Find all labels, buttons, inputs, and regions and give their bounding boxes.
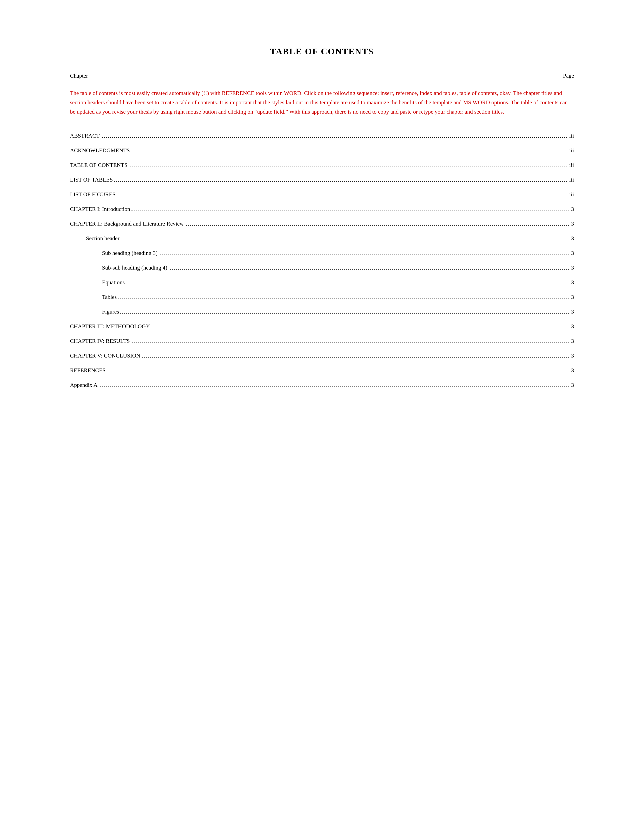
toc-dots xyxy=(99,386,570,387)
toc-entry-label: ABSTRACT xyxy=(70,133,100,139)
toc-entry-label: ACKNOWLEDGMENTS xyxy=(70,147,130,154)
toc-entry-page: 3 xyxy=(572,220,574,227)
instruction-paragraph: The table of contents is most easily cre… xyxy=(70,88,574,117)
toc-entry-label: Sub-sub heading (heading 4) xyxy=(102,265,167,271)
toc-dots xyxy=(120,313,570,314)
toc-entry-page: iii xyxy=(569,177,574,183)
toc-entry-label: CHAPTER V: CONCLUSION xyxy=(70,352,140,359)
toc-entry-page: 3 xyxy=(572,265,574,271)
toc-entry: TABLE OF CONTENTSiii xyxy=(70,162,574,169)
toc-entry-page: 3 xyxy=(572,294,574,301)
toc-entry: ABSTRACTiii xyxy=(70,133,574,139)
toc-entry-page: iii xyxy=(569,133,574,139)
toc-entry-page: 3 xyxy=(572,323,574,330)
toc-entry-label: REFERENCES xyxy=(70,367,106,374)
toc-entry: LIST OF TABLESiii xyxy=(70,177,574,183)
toc-entry-page: 3 xyxy=(572,367,574,374)
toc-dots xyxy=(118,299,570,299)
toc-dots xyxy=(129,167,568,167)
toc-entry-page: iii xyxy=(569,191,574,198)
toc-entry-page: 3 xyxy=(572,382,574,389)
page-header-label: Page xyxy=(563,72,574,79)
toc-entry-page: 3 xyxy=(572,352,574,359)
toc-entry-label: Sub heading (heading 3) xyxy=(102,250,158,257)
toc-entry-label: Appendix A xyxy=(70,382,98,389)
toc-dots xyxy=(117,196,568,196)
toc-entry-page: iii xyxy=(569,147,574,154)
toc-entry: CHAPTER II: Background and Literature Re… xyxy=(70,220,574,227)
toc-entry-label: CHAPTER I: Introduction xyxy=(70,206,130,212)
toc-dots xyxy=(159,254,570,255)
toc-dots xyxy=(142,357,570,357)
toc-entry-label: Section header xyxy=(86,235,120,242)
toc-entry-label: CHAPTER II: Background and Literature Re… xyxy=(70,220,184,227)
toc-entry-page: 3 xyxy=(572,250,574,257)
toc-entry: Figures3 xyxy=(70,309,574,315)
toc-entry: CHAPTER III: METHODOLOGY3 xyxy=(70,323,574,330)
toc-dots xyxy=(131,343,570,343)
toc-entry: REFERENCES3 xyxy=(70,367,574,374)
toc-entry-page: 3 xyxy=(572,279,574,286)
toc-entry-label: LIST OF TABLES xyxy=(70,177,113,183)
toc-entry: Sub heading (heading 3)3 xyxy=(70,250,574,257)
toc-entry-label: LIST OF FIGURES xyxy=(70,191,116,198)
toc-entry: CHAPTER I: Introduction3 xyxy=(70,206,574,212)
toc-entry-label: Equations xyxy=(102,279,125,286)
toc-entry-page: 3 xyxy=(572,235,574,242)
toc-entry-label: Figures xyxy=(102,309,119,315)
toc-entry: Section header3 xyxy=(70,235,574,242)
toc-entry-label: CHAPTER IV: RESULTS xyxy=(70,338,130,344)
toc-entry: Equations3 xyxy=(70,279,574,286)
toc-entry: LIST OF FIGURESiii xyxy=(70,191,574,198)
chapter-header-label: Chapter xyxy=(70,72,88,79)
toc-entry-page: 3 xyxy=(572,309,574,315)
toc-entry: Appendix A3 xyxy=(70,382,574,389)
toc-entry: Tables3 xyxy=(70,294,574,301)
toc-entry-page: iii xyxy=(569,162,574,169)
toc-entry: Sub-sub heading (heading 4)3 xyxy=(70,265,574,271)
toc-entry-label: TABLE OF CONTENTS xyxy=(70,162,127,169)
toc-entry-label: Tables xyxy=(102,294,117,301)
toc-entry-label: CHAPTER III: METHODOLOGY xyxy=(70,323,150,330)
toc-entry: ACKNOWLEDGMENTSiii xyxy=(70,147,574,154)
toc-entry: CHAPTER V: CONCLUSION3 xyxy=(70,352,574,359)
toc-dots xyxy=(131,211,570,211)
toc-dots xyxy=(131,152,568,152)
page-title: TABLE OF CONTENTS xyxy=(70,47,574,57)
toc-dots xyxy=(101,137,568,138)
toc-dots xyxy=(114,181,568,182)
toc-dots xyxy=(121,240,570,240)
toc-entry-page: 3 xyxy=(572,338,574,344)
toc-header-row: Chapter Page xyxy=(70,72,574,79)
toc-entries: ABSTRACTiiiACKNOWLEDGMENTSiiiTABLE OF CO… xyxy=(70,133,574,389)
toc-dots xyxy=(169,269,570,270)
toc-entry-page: 3 xyxy=(572,206,574,212)
toc-entry: CHAPTER IV: RESULTS3 xyxy=(70,338,574,344)
toc-dots xyxy=(126,284,570,284)
page: TABLE OF CONTENTS Chapter Page The table… xyxy=(0,0,644,833)
toc-dots xyxy=(107,372,570,372)
